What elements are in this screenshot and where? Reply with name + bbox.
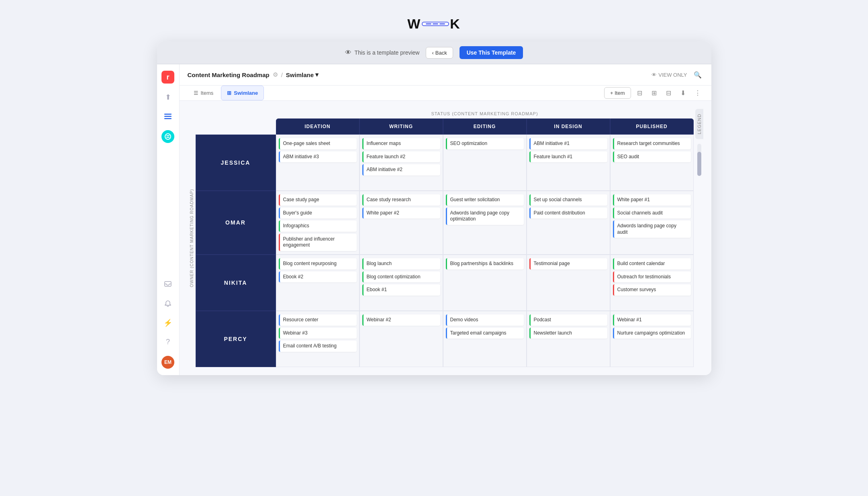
card[interactable]: Webinar #2 [362,314,440,326]
card[interactable]: Case study research [362,194,440,206]
card[interactable]: Influencer maps [362,138,440,149]
card[interactable]: Blog launch [362,258,440,269]
view-label[interactable]: Swimlane ▾ [286,71,319,78]
card[interactable]: Adwords landing page copy audit [613,220,691,238]
sidebar-icon-teal[interactable] [161,130,174,143]
export-icon[interactable]: ⬇ [678,88,689,99]
project-title: Content Marketing Roadmap [188,71,270,78]
card[interactable]: Nurture campaigns optimization [613,328,691,339]
breadcrumb-gear[interactable]: ⚙ [273,71,278,78]
filter-icon[interactable]: ⊟ [634,88,645,99]
chevron-left-icon: ‹ [432,50,433,56]
card[interactable]: SEO audit [613,151,691,163]
group-icon[interactable]: ⊞ [649,88,660,99]
card[interactable]: Feature launch #2 [362,151,440,163]
card[interactable]: ABM initiative #3 [279,151,357,163]
card[interactable]: Guest writer solicitation [446,194,524,206]
svg-rect-4 [166,135,170,136]
columns-icon[interactable]: ⊟ [663,88,674,99]
swim-cell-jessica-ideation: One-page sales sheet ABM initiative #3 [276,135,359,191]
card[interactable]: Blog partnerships & backlinks [446,258,524,269]
tab-items[interactable]: ☰ Items [188,86,220,100]
sidebar-icon-lightning[interactable]: ⚡ [162,317,174,329]
card[interactable]: Social channels audit [613,208,691,219]
sidebar-icon-list[interactable] [162,111,174,122]
card[interactable]: Case study page [279,194,357,206]
swim-label-jessica: JESSICA [196,135,276,191]
col-header-indesign: IN DESIGN [527,118,610,135]
card[interactable]: White paper #2 [362,208,440,219]
swim-row-percy: PERCY Resource center Webinar #3 Email c… [196,311,694,367]
breadcrumb: Content Marketing Roadmap ⚙ / Swimlane ▾ [188,71,319,78]
y-axis-label: OWNER (CONTENT MARKETING ROADMAP) [188,109,196,367]
svg-rect-0 [164,114,172,115]
sidebar-icon-upload[interactable]: ⬆ [162,92,174,103]
sidebar-icon-help[interactable]: ? [162,337,174,348]
card[interactable]: Webinar #3 [279,328,357,339]
template-preview-info: 👁 This is a template preview [345,49,420,56]
card[interactable]: Testimonial page [529,258,607,269]
card[interactable]: Set up social channels [529,194,607,206]
search-icon-header[interactable]: 🔍 [692,69,703,80]
sidebar-avatar[interactable]: EM [161,356,174,369]
logo-k: K [450,16,461,32]
card[interactable]: Email content A/B testing [279,341,357,352]
swim-row-jessica: JESSICA One-page sales sheet ABM initiat… [196,135,694,191]
logo-line-3 [439,23,445,24]
card[interactable]: White paper #1 [613,194,691,206]
view-only-badge: 👁 VIEW ONLY [652,72,687,78]
card[interactable]: Webinar #1 [613,314,691,326]
legend-tab[interactable]: LEGEND [695,109,703,139]
logo-w: W [407,16,421,32]
board-inner: STATUS (CONTENT MARKETING ROADMAP) IDEAT… [196,109,694,367]
swim-cell-nikita-indesign: Testimonial page [527,255,610,311]
card[interactable]: ABM initiative #2 [362,164,440,176]
swim-cell-jessica-published: Research target communities SEO audit [610,135,694,191]
add-item-button[interactable]: + Item [604,87,631,99]
card[interactable]: One-page sales sheet [279,138,357,149]
card[interactable]: Publisher and influencer engagement [279,234,357,251]
card[interactable]: Blog content repurposing [279,258,357,269]
status-label: STATUS (CONTENT MARKETING ROADMAP) [276,109,694,118]
svg-rect-2 [164,118,172,119]
scrollbar-track[interactable] [697,144,701,176]
more-icon[interactable]: ⋮ [692,88,703,99]
card[interactable]: ABM initiative #1 [529,138,607,149]
card[interactable]: Targeted email campaigns [446,328,524,339]
list-icon: ☰ [194,90,198,96]
card[interactable]: Ebook #2 [279,271,357,283]
back-button[interactable]: ‹ Back [426,47,453,59]
card[interactable]: Customer surveys [613,284,691,296]
card[interactable]: Buyer's guide [279,208,357,219]
card[interactable]: Build content calendar [613,258,691,269]
card[interactable]: Infographics [279,220,357,232]
card[interactable]: SEO optimization [446,138,524,149]
sidebar-logo[interactable]: r [161,71,174,84]
sidebar-icon-inbox[interactable] [162,279,174,290]
logo-line-2 [433,23,438,24]
swim-cell-nikita-ideation: Blog content repurposing Ebook #2 [276,255,359,311]
board-container[interactable]: OWNER (CONTENT MARKETING ROADMAP) STATUS… [180,101,711,375]
card[interactable]: Newsletter launch [529,328,607,339]
eye-icon: 👁 [345,49,351,56]
sidebar-icon-bell[interactable] [162,298,174,309]
card[interactable]: Podcast [529,314,607,326]
card[interactable]: Adwords landing page copy optimization [446,208,524,225]
swim-cell-percy-editing: Demo videos Targeted email campaigns [443,311,527,367]
card[interactable]: Ebook #1 [362,284,440,296]
card[interactable]: Blog content optimization [362,271,440,283]
swim-cell-omar-indesign: Set up social channels Paid content dist… [527,191,610,255]
board-wrapper: OWNER (CONTENT MARKETING ROADMAP) STATUS… [188,109,703,367]
swim-row-omar: OMAR Case study page Buyer's guide Infog… [196,191,694,255]
card[interactable]: Resource center [279,314,357,326]
card[interactable]: Feature launch #1 [529,151,607,163]
svg-rect-1 [164,116,172,117]
use-template-button[interactable]: Use This Template [460,46,523,59]
board-header-row: IDEATION WRITING EDITING IN DESIGN PUBLI… [276,118,694,135]
card[interactable]: Paid content distribution [529,208,607,219]
card[interactable]: Outreach for testimonials [613,271,691,283]
tab-swimlane[interactable]: ⊞ Swimlane [221,86,264,100]
card[interactable]: Research target communities [613,138,691,149]
swim-cell-percy-published: Webinar #1 Nurture campaigns optimizatio… [610,311,694,367]
card[interactable]: Demo videos [446,314,524,326]
